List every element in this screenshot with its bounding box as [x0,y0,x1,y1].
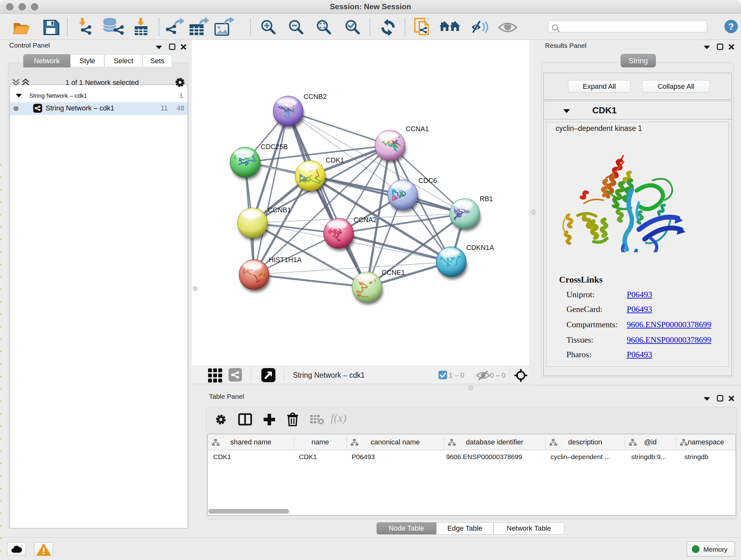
svg-text:CCNA2: CCNA2 [354,216,377,224]
svg-text:CDKN1A: CDKN1A [466,244,494,252]
svg-text:CCNB2: CCNB2 [304,93,327,101]
svg-text:CDC6: CDC6 [418,177,437,185]
svg-text:RB1: RB1 [480,195,493,203]
svg-text:CDC25B: CDC25B [261,143,288,151]
svg-text:HIST1H1A: HIST1H1A [269,256,301,264]
svg-text:CCNE1: CCNE1 [382,269,405,276]
svg-text:CCNA1: CCNA1 [406,125,429,133]
svg-text:?: ? [728,21,734,32]
svg-text:CCNB1: CCNB1 [268,206,291,214]
svg-text:CDK1: CDK1 [326,157,344,164]
